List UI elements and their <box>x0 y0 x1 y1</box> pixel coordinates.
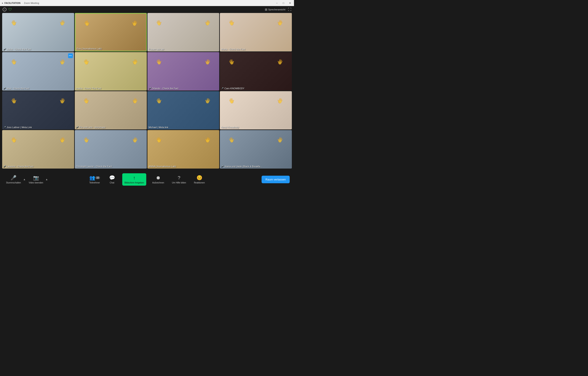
titlebar-controls: − □ ✕ <box>274 1 292 5</box>
tile-scene-orlando: 🖐🖐 <box>147 52 220 91</box>
hand-right: 🖐 <box>276 58 284 66</box>
hand-right: 🖐 <box>59 19 66 27</box>
tile-scene-caro: 🖐🖐 <box>220 52 292 91</box>
maximize-button[interactable]: □ <box>281 1 286 5</box>
video-tile-orlando[interactable]: 🖐🖐🎤Orlando - Check the Fact <box>147 52 220 91</box>
tile-name-michael: Michael | Meta.link <box>149 126 168 129</box>
help-label: Um Hilfe bitten <box>172 181 186 184</box>
video-tile-flo[interactable]: 🖐🖐🎤Flo und Leni - storymaps <box>75 91 147 130</box>
video-tile-eva[interactable]: 🖐🖐Eva (Journalismus Lab) <box>75 13 147 52</box>
participant-count: 16 <box>95 176 100 179</box>
tile-nametext-flo: Flo und Leni - storymaps <box>79 126 105 129</box>
video-tile-maria[interactable]: 🖐🖐Maria - Check the Fact <box>220 13 292 52</box>
chat-button[interactable]: 💬 Chat <box>106 174 118 185</box>
close-button[interactable]: ✕ <box>287 1 292 5</box>
tile-name-maika: maika - Check The Fact <box>76 87 101 90</box>
tile-scene-frauen: 🖐🖐 <box>147 13 220 52</box>
tile-name-maria: Maria - Check the Fact <box>221 48 245 51</box>
reactions-button[interactable]: 😊 Reaktionen <box>192 174 207 185</box>
hand-left: 🖐 <box>83 97 90 105</box>
toolbar-left: 🎤 Stummschalten ▲ 📷 Video beenden ▲ <box>4 174 48 185</box>
tile-nametext-nessi: Nessi Knowbody <box>221 126 239 129</box>
tile-scene-michael: 🖐🖐 <box>147 91 220 130</box>
hand-left: 🖐 <box>10 97 18 105</box>
reactions-icon: 😊 <box>197 175 202 181</box>
wave-hands: 🖐🖐 <box>151 15 216 50</box>
mute-indicator: 🎤 <box>3 126 6 128</box>
tile-name-joana: 🎤Joana und Jaide (Black & Breakfa... <box>221 165 262 168</box>
toolbar-center: 👥 16 Teilnehmer 💬 Chat ↑ Bildschirm frei… <box>88 173 207 186</box>
video-tile-joana[interactable]: 🖐🖐🎤Joana und Jaide (Black & Breakfa... <box>220 130 292 168</box>
video-tile-anna[interactable]: 🖐🖐ANNA (Journalismus Lab) <box>147 130 220 168</box>
video-tile-maika[interactable]: 🖐🖐maika - Check The Fact <box>75 52 147 91</box>
mute-indicator: 🎤 <box>221 165 223 167</box>
topbar-right: ⊞ Sprecheransicht ⛶ <box>265 8 292 11</box>
wave-hands: 🖐🖐 <box>78 132 143 167</box>
mute-button[interactable]: 🎤 Stummschalten <box>4 174 23 185</box>
record-icon: ⏺ <box>156 175 161 181</box>
video-tile-max[interactable]: 🖐🖐🎤Max - Check the Fact••• <box>2 52 74 91</box>
video-tile-frauen[interactable]: 🖐🖐Frauen wie wir <box>147 13 220 52</box>
chat-icon: 💬 <box>109 175 115 181</box>
video-tile-michael[interactable]: 🖐🖐Michael | Meta.link <box>147 91 220 130</box>
video-button[interactable]: 📷 Video beenden <box>27 174 45 185</box>
help-button[interactable]: ? Um Hilfe bitten <box>170 174 188 185</box>
hand-right: 🖐 <box>276 136 284 144</box>
tile-nametext-anna: ANNA (Journalismus Lab) <box>149 165 176 168</box>
mic-icon: 🎤 <box>10 175 16 181</box>
hand-left: 🖐 <box>155 19 163 27</box>
mute-indicator: 🎤 <box>221 87 223 89</box>
tile-name-joss: 🎤Joss Lattner | Meta.Link <box>3 126 32 129</box>
video-tile-laurenz[interactable]: 🖐🖐🎤Laurenz - Check the Fact <box>2 130 74 168</box>
wave-hands: 🖐🖐 <box>151 132 216 167</box>
record-button[interactable]: ⏺ Aufzeichnen <box>150 174 166 185</box>
tile-name-julius: 🎤Julius - Check the Fact <box>3 48 31 51</box>
tile-nametext-michael: Michael | Meta.link <box>149 126 168 129</box>
tile-scene-laurenz: 🖐🖐 <box>2 130 74 168</box>
more-options-button[interactable]: ••• <box>68 53 73 58</box>
tile-name-caro: 🎤Caro KNOWBODY <box>221 87 244 90</box>
video-tile-christoph[interactable]: 🖐🖐Christoph Laurer - Check the Fact <box>75 130 147 168</box>
hand-right: 🖐 <box>131 20 138 27</box>
tile-name-eva: Eva (Journalismus Lab) <box>77 47 102 50</box>
mute-indicator: 🎤 <box>76 126 78 128</box>
tile-name-nessi: Nessi Knowbody <box>221 126 239 129</box>
hand-right: 🖐 <box>204 19 211 27</box>
hand-right: 🖐 <box>276 97 284 105</box>
chat-label: Chat <box>110 181 114 184</box>
hand-left: 🖐 <box>228 58 235 66</box>
video-tile-caro[interactable]: 🖐🖐🎤Caro KNOWBODY <box>220 52 292 91</box>
mute-indicator: 🎤 <box>3 165 6 167</box>
tile-scene-eva: 🖐🖐 <box>75 14 146 51</box>
wave-hands: 🖐🖐 <box>6 93 71 127</box>
tile-nametext-joana: Joana und Jaide (Black & Breakfa... <box>224 165 262 168</box>
participants-button[interactable]: 👥 16 Teilnehmer <box>88 174 102 185</box>
hand-right: 🖐 <box>204 136 211 144</box>
hand-right: 🖐 <box>131 58 138 66</box>
tile-nametext-laurenz: Laurenz - Check the Fact <box>7 165 33 168</box>
tile-name-anna: ANNA (Journalismus Lab) <box>149 165 176 168</box>
hand-right: 🖐 <box>276 19 284 27</box>
tile-name-frauen: Frauen wie wir <box>149 48 164 51</box>
fullscreen-button[interactable]: ⛶ <box>288 8 291 11</box>
minimize-button[interactable]: − <box>274 1 279 5</box>
hand-left: 🖐 <box>10 58 18 66</box>
hand-left: 🖐 <box>10 136 18 144</box>
tile-nametext-eva: Eva (Journalismus Lab) <box>77 47 102 50</box>
hand-right: 🖐 <box>59 136 66 144</box>
tile-name-christoph: Christoph Laurer - Check the Fact <box>76 165 112 168</box>
hand-right: 🖐 <box>59 97 66 105</box>
video-tile-joss[interactable]: 🖐🖐🎤Joss Lattner | Meta.Link <box>2 91 74 130</box>
video-caret[interactable]: ▲ <box>45 178 48 181</box>
end-meeting-button[interactable]: Raum verlassen <box>262 176 290 183</box>
share-screen-button[interactable]: ↑ Bildschirm freigeben <box>122 173 146 186</box>
info-icon[interactable]: i <box>3 8 7 11</box>
tile-nametext-julius: Julius - Check the Fact <box>7 48 31 51</box>
video-tile-julius[interactable]: 🖐🖐🎤Julius - Check the Fact <box>2 13 74 52</box>
wave-hands: 🖐🖐 <box>151 54 216 89</box>
video-tile-nessi[interactable]: 🖐🖐Nessi Knowbody <box>220 91 292 130</box>
speaker-view-button[interactable]: ⊞ Sprecheransicht <box>265 8 285 11</box>
video-group: 📷 Video beenden ▲ <box>27 174 48 185</box>
mic-caret[interactable]: ▲ <box>23 178 26 181</box>
hand-left: 🖐 <box>155 136 163 144</box>
